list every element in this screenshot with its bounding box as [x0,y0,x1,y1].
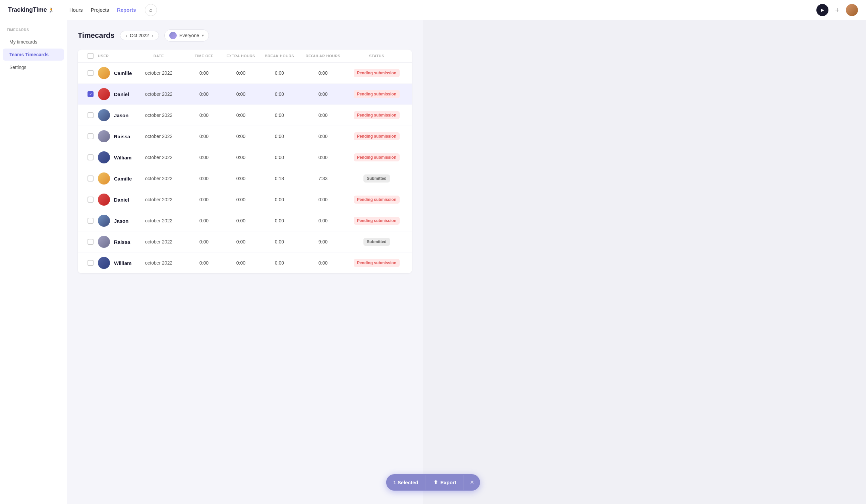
status-cell: Pending submission [346,69,407,77]
status-badge: Pending submission [354,111,400,119]
extra-hours-cell: 0:00 [222,91,259,97]
table-row[interactable]: Raissa october 2022 0:00 0:00 0:00 0:00 … [78,126,412,147]
row-checkbox-cell[interactable] [83,260,98,266]
user-cell: Daniel [98,194,132,206]
user-name: Daniel [114,91,129,97]
export-icon: ⬆ [433,479,438,485]
user-avatar-jason [98,215,110,227]
header-checkbox-cell[interactable] [83,53,98,59]
main-content: Timecards ‹ Oct 2022 › Everyone ▾ USER D… [67,20,423,504]
regular-hours-cell: 0:00 [299,218,346,224]
row-checkbox-cell[interactable] [83,133,98,139]
sidebar-section-label: TIMECARDS [0,28,67,35]
row-checkbox[interactable]: ✓ [88,91,93,97]
break-hours-cell: 0:00 [259,91,299,97]
user-avatar-raissa [98,130,110,142]
row-checkbox[interactable] [88,218,93,224]
status-cell: Pending submission [346,259,407,267]
status-cell: Pending submission [346,217,407,225]
sidebar-item-settings[interactable]: Settings [3,61,64,73]
break-hours-cell: 0:00 [259,218,299,224]
logo[interactable]: TrackingTime 🏃 [8,7,54,13]
play-timer-button[interactable]: ▶ [817,4,829,16]
timecards-table: USER DATE TIME OFF EXTRA HOURS BREAK HOU… [78,49,412,273]
user-name: Jason [114,218,129,224]
nav-hours[interactable]: Hours [66,5,86,15]
close-action-bar-button[interactable]: × [464,474,480,491]
extra-hours-cell: 0:00 [222,113,259,118]
user-name: Raissa [114,239,130,245]
table-row[interactable]: William october 2022 0:00 0:00 0:00 0:00… [78,252,412,273]
date-cell: october 2022 [132,197,186,202]
table-row[interactable]: Camille october 2022 0:00 0:00 0:00 0:00… [78,62,412,84]
selected-count: 1 Selected [386,475,426,490]
status-cell: Pending submission [346,196,407,204]
user-cell: Raissa [98,130,132,142]
everyone-filter[interactable]: Everyone ▾ [164,30,209,42]
table-row[interactable]: ✓ Daniel october 2022 0:00 0:00 0:00 0:0… [78,84,412,105]
month-nav[interactable]: ‹ Oct 2022 › [120,31,159,40]
add-button[interactable]: + [832,5,842,15]
search-button[interactable]: ⌕ [145,4,157,16]
status-cell: Pending submission [346,132,407,140]
row-checkbox[interactable] [88,133,93,139]
time-off-cell: 0:00 [186,260,222,266]
break-hours-cell: 0:00 [259,260,299,266]
extra-hours-cell: 0:00 [222,176,259,181]
extra-hours-cell: 0:00 [222,218,259,224]
row-checkbox-cell[interactable] [83,239,98,245]
row-checkbox[interactable] [88,70,93,76]
prev-month-arrow[interactable]: ‹ [124,33,129,38]
table-row[interactable]: Jason october 2022 0:00 0:00 0:00 0:00 P… [78,210,412,231]
table-row[interactable]: Raissa october 2022 0:00 0:00 0:00 9:00 … [78,231,412,252]
user-avatar-camille [98,172,110,184]
nav-reports[interactable]: Reports [114,5,140,15]
table-row[interactable]: Camille october 2022 0:00 0:00 0:18 7:33… [78,168,412,189]
user-name: Jason [114,113,129,118]
row-checkbox[interactable] [88,239,93,245]
sidebar-item-my-timecards[interactable]: My timecards [3,36,64,48]
page-title: Timecards [78,31,115,40]
sidebar-item-teams-timecards[interactable]: Teams Timecards [3,48,64,61]
action-bar: 1 Selected ⬆ Export × [386,474,480,491]
extra-hours-cell: 0:00 [222,239,259,244]
export-button[interactable]: ⬆ Export [426,475,464,490]
row-checkbox-cell[interactable] [83,218,98,224]
user-avatar-jason [98,109,110,121]
break-hours-cell: 0:00 [259,70,299,76]
status-cell: Submitted [346,174,407,183]
user-avatar[interactable] [846,4,858,16]
row-checkbox[interactable] [88,112,93,118]
row-checkbox-cell[interactable]: ✓ [83,91,98,97]
row-checkbox-cell[interactable] [83,175,98,182]
table-row[interactable]: William october 2022 0:00 0:00 0:00 0:00… [78,147,412,168]
table-row[interactable]: Jason october 2022 0:00 0:00 0:00 0:00 P… [78,105,412,126]
nav-projects[interactable]: Projects [88,5,112,15]
row-checkbox[interactable] [88,175,93,182]
user-avatar-camille [98,67,110,79]
row-checkbox-cell[interactable] [83,112,98,118]
row-checkbox-cell[interactable] [83,70,98,76]
time-off-cell: 0:00 [186,134,222,139]
table-body: Camille october 2022 0:00 0:00 0:00 0:00… [78,62,412,273]
extra-hours-cell: 0:00 [222,197,259,202]
table-row[interactable]: Daniel october 2022 0:00 0:00 0:00 0:00 … [78,189,412,210]
col-status: STATUS [346,54,407,58]
extra-hours-cell: 0:00 [222,155,259,160]
date-cell: october 2022 [132,134,186,139]
row-checkbox-cell[interactable] [83,197,98,203]
select-all-checkbox[interactable] [88,53,93,59]
chevron-down-icon: ▾ [202,33,204,38]
row-checkbox[interactable] [88,197,93,203]
row-checkbox-cell[interactable] [83,154,98,160]
date-cell: october 2022 [132,155,186,160]
date-cell: october 2022 [132,176,186,181]
col-regular-hours: REGULAR HOURS [299,54,346,58]
status-badge: Submitted [364,238,390,246]
user-name: Camille [114,70,132,76]
next-month-arrow[interactable]: › [150,33,155,38]
break-hours-cell: 0:18 [259,176,299,181]
row-checkbox[interactable] [88,260,93,266]
row-checkbox[interactable] [88,154,93,160]
close-icon: × [470,479,474,486]
